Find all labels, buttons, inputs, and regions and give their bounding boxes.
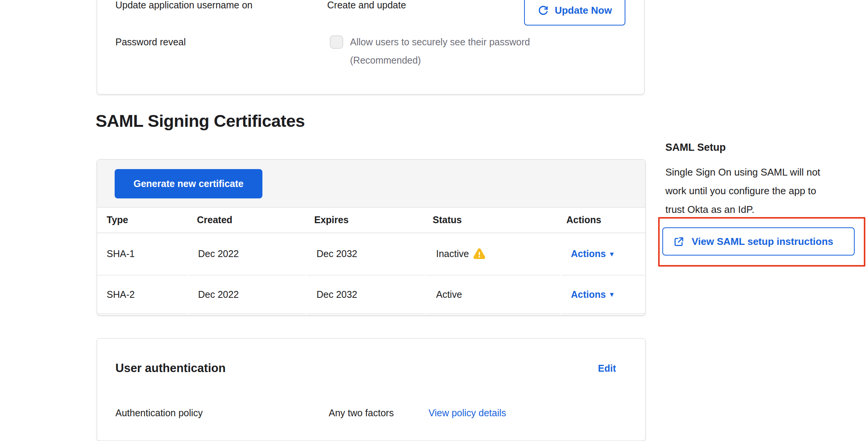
cert-status: Inactive xyxy=(427,233,560,275)
user-authentication-panel: User authentication Edit Authentication … xyxy=(97,338,646,441)
view-saml-setup-instructions-label: View SAML setup instructions xyxy=(692,236,833,248)
certificates-panel: Generate new certificate Type Created Ex… xyxy=(97,159,646,315)
warning-icon xyxy=(473,248,485,259)
cert-status: Active xyxy=(427,275,560,314)
cert-type: SHA-2 xyxy=(97,275,187,314)
actions-dropdown[interactable]: Actions ▾ xyxy=(571,289,614,300)
password-reveal-label: Password reveal xyxy=(115,37,186,48)
cert-created: Dec 2022 xyxy=(189,233,306,275)
column-header-status: Status xyxy=(423,207,557,233)
column-header-created: Created xyxy=(187,207,305,233)
view-saml-setup-instructions-button[interactable]: View SAML setup instructions xyxy=(662,227,855,256)
actions-label: Actions xyxy=(571,289,606,300)
password-reveal-checkbox[interactable] xyxy=(330,35,343,49)
cert-type: SHA-1 xyxy=(97,233,187,275)
saml-setup-heading: SAML Setup xyxy=(665,142,726,153)
external-link-icon xyxy=(673,236,685,248)
cert-created: Dec 2022 xyxy=(189,275,306,314)
caret-down-icon: ▾ xyxy=(610,291,614,298)
status-text: Active xyxy=(436,289,462,300)
column-header-actions: Actions xyxy=(557,207,645,233)
saml-signing-certificates-heading: SAML Signing Certificates xyxy=(96,111,305,131)
cert-actions-cell: Actions ▾ xyxy=(561,275,645,314)
certificate-row-sha2: SHA-2 Dec 2022 Dec 2032 Active Actions ▾ xyxy=(97,275,645,314)
cert-expires: Dec 2032 xyxy=(307,275,425,314)
saml-setup-description: Single Sign On using SAML will not work … xyxy=(665,163,856,219)
view-policy-details-link[interactable]: View policy details xyxy=(428,407,506,419)
cert-actions-cell: Actions ▾ xyxy=(561,233,645,275)
cert-expires: Dec 2032 xyxy=(307,233,425,275)
username-update-value: Create and update xyxy=(327,0,406,11)
password-reveal-recommended-note: (Recommended) xyxy=(350,55,421,66)
saml-setup-description-line: Single Sign On using SAML will not xyxy=(665,163,856,182)
saml-setup-description-line: work until you configure the app to xyxy=(665,182,856,200)
edit-link[interactable]: Edit xyxy=(598,363,616,374)
authentication-policy-label: Authentication policy xyxy=(115,407,203,419)
certificates-table-header: Type Created Expires Status Actions xyxy=(97,207,645,233)
generate-new-certificate-button[interactable]: Generate new certificate xyxy=(115,169,262,198)
status-text: Inactive xyxy=(436,248,469,259)
certificates-panel-toolbar: Generate new certificate xyxy=(97,160,645,208)
sign-on-settings-panel: Update application username on Create an… xyxy=(97,0,644,94)
authentication-policy-value: Any two factors xyxy=(329,407,394,419)
actions-dropdown[interactable]: Actions ▾ xyxy=(571,248,614,259)
password-reveal-checkbox-label: Allow users to securely see their passwo… xyxy=(350,37,530,48)
update-now-button[interactable]: Update Now xyxy=(524,0,625,26)
username-update-label: Update application username on xyxy=(115,0,253,11)
caret-down-icon: ▾ xyxy=(610,251,614,257)
actions-label: Actions xyxy=(571,248,606,259)
column-header-type: Type xyxy=(97,207,187,233)
refresh-icon xyxy=(537,5,549,16)
update-now-label: Update Now xyxy=(555,5,612,16)
certificate-row-sha1: SHA-1 Dec 2022 Dec 2032 Inactive Actions… xyxy=(97,233,645,275)
user-authentication-heading: User authentication xyxy=(115,361,225,375)
column-header-expires: Expires xyxy=(305,207,423,233)
saml-setup-description-line: trust Okta as an IdP. xyxy=(665,200,856,219)
